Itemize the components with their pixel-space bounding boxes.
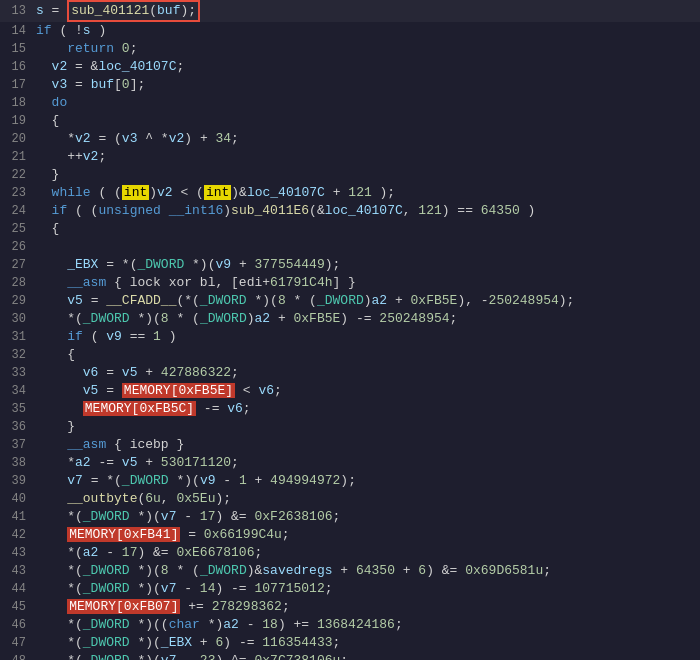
table-row: 14 if ( !s ) <box>0 22 700 40</box>
table-row: 47 *(_DWORD *)(_EBX + 6) -= 116354433; <box>0 634 700 652</box>
table-row: 33 v6 = v5 + 427886322; <box>0 364 700 382</box>
table-row: 48 *(_DWORD *)(v7 - 23) ^= 0x7C738106u; <box>0 652 700 660</box>
table-row: 41 *(_DWORD *)(v7 - 17) &= 0xF2638106; <box>0 508 700 526</box>
table-row: 29 v5 = __CFADD__(*(_DWORD *)(8 * (_DWOR… <box>0 292 700 310</box>
table-row: 22 } <box>0 166 700 184</box>
table-row: 18 do <box>0 94 700 112</box>
table-row: 34 v5 = MEMORY[0xFB5E] < v6; <box>0 382 700 400</box>
table-row: 15 return 0; <box>0 40 700 58</box>
table-row: 32 { <box>0 346 700 364</box>
table-row: 36 } <box>0 418 700 436</box>
table-row: 38 *a2 -= v5 + 530171120; <box>0 454 700 472</box>
code-view: 13 s = sub_401121(buf); 14 if ( !s ) 15 … <box>0 0 700 660</box>
table-row: 23 while ( (int)v2 < (int)&loc_40107C + … <box>0 184 700 202</box>
table-row: 25 { <box>0 220 700 238</box>
table-row: 43 *(a2 - 17) &= 0xE6678106; <box>0 544 700 562</box>
table-row: 31 if ( v9 == 1 ) <box>0 328 700 346</box>
table-row: 37 __asm { icebp } <box>0 436 700 454</box>
table-row: 44 *(_DWORD *)(v7 - 14) -= 107715012; <box>0 580 700 598</box>
table-row: 27 _EBX = *(_DWORD *)(v9 + 377554449); <box>0 256 700 274</box>
table-row: 20 *v2 = (v3 ^ *v2) + 34; <box>0 130 700 148</box>
table-row: 43 *(_DWORD *)(8 * (_DWORD)&savedregs + … <box>0 562 700 580</box>
table-row: 24 if ( (unsigned __int16)sub_4011E6(&lo… <box>0 202 700 220</box>
table-row: 13 s = sub_401121(buf); <box>0 0 700 22</box>
table-row: 45 MEMORY[0xFB07] += 278298362; <box>0 598 700 616</box>
table-row: 17 v3 = buf[0]; <box>0 76 700 94</box>
table-row: 35 MEMORY[0xFB5C] -= v6; <box>0 400 700 418</box>
table-row: 46 *(_DWORD *)((char *)a2 - 18) += 13684… <box>0 616 700 634</box>
table-row: 21 ++v2; <box>0 148 700 166</box>
table-row: 30 *(_DWORD *)(8 * (_DWORD)a2 + 0xFB5E) … <box>0 310 700 328</box>
table-row: 16 v2 = &loc_40107C; <box>0 58 700 76</box>
table-row: 26 <box>0 238 700 256</box>
table-row: 19 { <box>0 112 700 130</box>
table-row: 28 __asm { lock xor bl, [edi+61791C4h] } <box>0 274 700 292</box>
table-row: 40 __outbyte(6u, 0x5Eu); <box>0 490 700 508</box>
table-row: 39 v7 = *(_DWORD *)(v9 - 1 + 494994972); <box>0 472 700 490</box>
table-row: 42 MEMORY[0xFB41] = 0x66199C4u; <box>0 526 700 544</box>
